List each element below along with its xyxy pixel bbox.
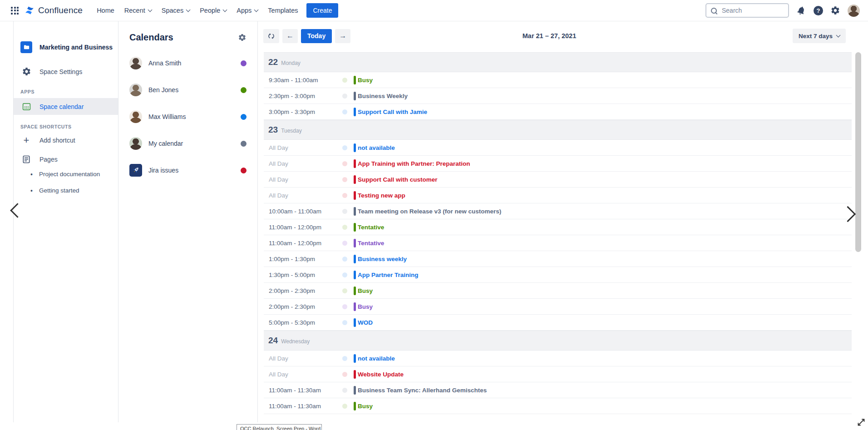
event-row[interactable]: 2:00pm - 2:30pmBusy [264,299,852,315]
event-color-dot [342,272,347,277]
nav-item-people[interactable]: People [195,3,232,18]
pages-icon [20,155,32,164]
event-time: All Day [269,192,335,199]
sidebar-item-add-shortcut[interactable]: + Add shortcut [14,133,118,148]
calendar-color-dot[interactable] [241,60,247,66]
event-title: Busy [358,77,373,84]
event-color-dot [342,356,347,361]
event-color-bar [354,207,356,216]
day-weekday: Wednesday [281,338,310,345]
event-row[interactable]: 11:00am - 11:30amBusiness Team Sync: All… [264,382,852,398]
event-row[interactable]: 3:00pm - 3:30pmSupport Call with Jamie [264,104,852,120]
event-row[interactable]: 10:00am - 11:00amTeam meeting on Release… [264,203,852,219]
event-title: Busy [358,303,373,310]
top-right-actions: ? [705,3,860,18]
event-row[interactable]: 1:30pm - 5:00pmApp Partner Training [264,267,852,283]
event-row[interactable]: 2:00pm - 2:30pmBusy [264,283,852,299]
calendar-main: ← Today → Mar 21 – 27, 2021 Next 7 days … [258,21,868,422]
event-color-dot [342,193,347,198]
sidebar-section-apps: APPS [14,80,118,98]
avatar [129,84,142,96]
day-weekday: Monday [281,60,301,66]
calendar-list-item[interactable]: Anna Smith [129,57,247,69]
event-rows: 22Monday9:30am - 11:00amBusy2:30pm - 3:0… [264,52,852,414]
calendar-color-dot[interactable] [241,141,247,147]
event-row[interactable]: 1:00pm - 1:30pmBusiness weekly [264,251,852,267]
left-gutter [0,21,14,422]
nav-item-apps[interactable]: Apps [232,3,263,18]
nav-item-home[interactable]: Home [92,3,119,18]
settings-gear-icon[interactable] [830,5,840,15]
event-color-bar [354,175,356,184]
previous-arrow-button[interactable]: ← [282,29,298,43]
event-color-bar [354,143,356,152]
nav-item-templates[interactable]: Templates [263,3,303,18]
space-logo-icon [20,41,32,53]
event-color-dot [342,320,347,325]
day-header: 22Monday [264,52,852,72]
nav-item-spaces[interactable]: Spaces [157,3,195,18]
user-avatar[interactable] [848,5,860,17]
calendar-color-dot[interactable] [241,114,247,120]
next-arrow-button[interactable]: → [335,29,350,43]
create-button[interactable]: Create [306,3,338,18]
plus-icon: + [20,137,32,144]
nav-item-recent[interactable]: Recent [119,3,157,18]
calendar-list-item[interactable]: My calendar [129,137,247,150]
today-button[interactable]: Today [301,29,332,43]
calendar-list-item[interactable]: Jira issues [129,164,247,177]
day-weekday: Tuesday [281,128,302,134]
event-row[interactable]: All Daynot available [264,140,852,156]
calendar-list-item[interactable]: Ben Jones [129,84,247,96]
event-row[interactable]: All Daynot available [264,351,852,366]
sidebar-item-space-calendar[interactable]: Space calendar [14,98,118,115]
event-color-dot [342,161,347,166]
nav-item-label: Apps [237,7,252,14]
event-row[interactable]: 5:00pm - 5:30pmWOD [264,315,852,331]
event-title: Testing new app [358,192,405,199]
event-title: Business Team Sync: Allerhand Gemischtes [358,387,487,394]
sidebar-page-link[interactable]: • Getting started [14,184,118,198]
sidebar-space-header[interactable]: Marketing and Business [14,38,118,57]
event-time: 2:00pm - 2:30pm [269,287,335,294]
event-color-dot [342,404,347,409]
event-row[interactable]: All DayWebsite Update [264,366,852,382]
resize-handle-icon[interactable] [855,416,867,430]
event-row[interactable]: All DayTesting new app [264,188,852,203]
sidebar-section-shortcuts: SPACE SHORTCUTS [14,115,118,133]
event-color-bar [354,76,356,84]
calendar-scrollbar[interactable] [855,52,861,252]
event-color-dot [342,257,347,262]
sidebar-page-link[interactable]: • Project documentation [14,168,118,181]
search-input[interactable] [721,6,777,15]
calendar-list-item[interactable]: Max Williams [129,110,247,123]
confluence-logo[interactable]: Confluence [24,5,83,16]
event-row[interactable]: 11:00am - 12:00pmTentative [264,235,852,251]
event-row[interactable]: All DaySupport Call with customer [264,172,852,188]
help-icon[interactable]: ? [814,6,823,15]
sidebar-item-pages[interactable]: Pages [14,151,118,168]
event-row[interactable]: 11:00am - 12:00pmTentative [264,219,852,235]
notifications-bell-icon[interactable] [796,5,806,15]
event-title: App Partner Training [358,272,419,278]
calendars-settings-gear-icon[interactable] [238,33,247,42]
app-switcher-icon[interactable] [11,7,19,15]
event-time: 11:00am - 12:00pm [269,224,335,231]
bullet-icon: • [30,171,33,178]
calendar-color-dot[interactable] [241,87,247,93]
event-row[interactable]: 11:00am - 11:30amBusy [264,398,852,414]
event-row[interactable]: 2:30pm - 3:00pmBusiness Weekly [264,88,852,104]
event-row[interactable]: 9:30am - 11:00amBusy [264,72,852,88]
event-color-bar [354,92,356,100]
calendar-color-dot[interactable] [241,168,247,173]
event-title: Tentative [358,224,384,231]
event-row[interactable]: All DayApp Training with Partner: Prepar… [264,156,852,172]
event-title: Business Weekly [358,93,408,99]
event-color-dot [342,241,347,246]
search-box[interactable] [705,3,789,18]
event-color-bar [354,255,356,263]
sidebar-item-space-settings[interactable]: Space Settings [14,63,118,80]
view-selector-button[interactable]: Next 7 days [793,29,846,43]
space-name: Marketing and Business [39,44,113,51]
refresh-icon[interactable] [263,29,279,43]
